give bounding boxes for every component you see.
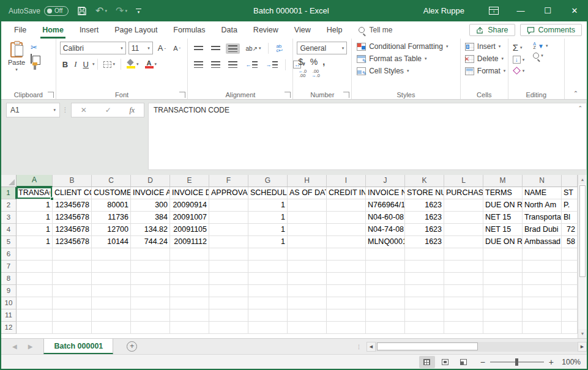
- cell-F12[interactable]: [209, 322, 248, 334]
- cell-N1[interactable]: NAME: [523, 187, 562, 199]
- cell-M1[interactable]: TERMS: [483, 187, 523, 199]
- tab-home[interactable]: Home: [34, 21, 72, 39]
- column-header-N[interactable]: N: [523, 175, 562, 187]
- cell-E4[interactable]: 20091105: [170, 224, 209, 236]
- column-header-H[interactable]: H: [288, 175, 327, 187]
- insert-cells-button[interactable]: Insert▾: [463, 40, 503, 53]
- cell-L11[interactable]: [444, 309, 483, 322]
- font-size-combo[interactable]: 11▾: [128, 42, 153, 54]
- bold-button[interactable]: B: [60, 59, 70, 70]
- cell-H2[interactable]: [288, 199, 327, 212]
- cell-N3[interactable]: Transporta: [523, 212, 562, 224]
- cell-F1[interactable]: APPROVAL: [209, 187, 248, 199]
- cell-C12[interactable]: [92, 322, 131, 334]
- cell-B2[interactable]: 12345678: [53, 199, 92, 212]
- cell-J5[interactable]: MLNQ0001: [366, 236, 405, 248]
- row-header-12[interactable]: 12: [1, 322, 17, 334]
- fill-button[interactable]: ↓▾: [511, 55, 527, 64]
- cell-B6[interactable]: [53, 248, 92, 261]
- cell-I3[interactable]: [327, 212, 366, 224]
- cell-L2[interactable]: [444, 199, 483, 212]
- cell-F9[interactable]: [209, 285, 248, 297]
- column-header-E[interactable]: E: [170, 175, 209, 187]
- cell-H12[interactable]: [288, 322, 327, 334]
- tell-me-search[interactable]: Tell me: [359, 26, 392, 34]
- cell-I11[interactable]: [327, 309, 366, 322]
- cell-C8[interactable]: [92, 273, 131, 285]
- cell-M3[interactable]: NET 15: [483, 212, 523, 224]
- cell-K1[interactable]: STORE NUM: [405, 187, 444, 199]
- cell-F5[interactable]: [209, 236, 248, 248]
- decrease-font-button[interactable]: Aˇ: [171, 43, 183, 53]
- cell-C4[interactable]: 12700: [92, 224, 131, 236]
- middle-align-button[interactable]: [209, 44, 223, 53]
- column-header-M[interactable]: M: [483, 175, 523, 187]
- cell-I6[interactable]: [327, 248, 366, 261]
- cell-H3[interactable]: [288, 212, 327, 224]
- cell-M11[interactable]: [483, 309, 523, 322]
- cell-D8[interactable]: [131, 273, 170, 285]
- column-header-F[interactable]: F: [209, 175, 248, 187]
- cell-F11[interactable]: [209, 309, 248, 322]
- cell-I7[interactable]: [327, 261, 366, 273]
- tab-insert[interactable]: Insert: [72, 21, 106, 39]
- cell-A3[interactable]: 1: [17, 212, 53, 224]
- cell-N4[interactable]: Brad Dubi: [523, 224, 562, 236]
- cell-F4[interactable]: [209, 224, 248, 236]
- cell-C9[interactable]: [92, 285, 131, 297]
- cell-J12[interactable]: [366, 322, 405, 334]
- row-header-10[interactable]: 10: [1, 297, 17, 309]
- cell-N6[interactable]: [523, 248, 562, 261]
- cell-G6[interactable]: [248, 248, 288, 261]
- cell-N12[interactable]: [523, 322, 562, 334]
- cell-K8[interactable]: [405, 273, 444, 285]
- redo-button[interactable]: ↷▾: [116, 5, 127, 17]
- find-select-button[interactable]: ▾: [531, 52, 549, 59]
- cell-E10[interactable]: [170, 297, 209, 309]
- row-header-11[interactable]: 11: [1, 309, 17, 322]
- increase-indent-button[interactable]: →: [263, 59, 280, 70]
- cell-L3[interactable]: [444, 212, 483, 224]
- cell-J8[interactable]: [366, 273, 405, 285]
- cell-I9[interactable]: [327, 285, 366, 297]
- increase-decimal-button[interactable]: ←.0.00: [298, 69, 307, 78]
- cell-C7[interactable]: [92, 261, 131, 273]
- cell-M9[interactable]: [483, 285, 523, 297]
- tab-data[interactable]: Data: [213, 21, 245, 39]
- tab-scroll-splitter[interactable]: ⋮: [351, 344, 367, 350]
- cell-G2[interactable]: 1: [248, 199, 288, 212]
- cell-C1[interactable]: CUSTOMER: [92, 187, 131, 199]
- cell-I10[interactable]: [327, 297, 366, 309]
- tab-page-layout[interactable]: Page Layout: [106, 21, 165, 39]
- cell-J7[interactable]: [366, 261, 405, 273]
- cell-E6[interactable]: [170, 248, 209, 261]
- cell-K4[interactable]: 1623: [405, 224, 444, 236]
- cell-M6[interactable]: [483, 248, 523, 261]
- ribbon-display-options-button[interactable]: ↑: [480, 0, 507, 21]
- row-header-6[interactable]: 6: [1, 248, 17, 261]
- cell-O7[interactable]: [562, 261, 578, 273]
- number-dialog-launcher[interactable]: [343, 92, 349, 98]
- cell-G4[interactable]: 1: [248, 224, 288, 236]
- cell-C2[interactable]: 80001: [92, 199, 131, 212]
- cell-B9[interactable]: [53, 285, 92, 297]
- column-header-L[interactable]: L: [444, 175, 483, 187]
- cancel-entry-button[interactable]: ✕: [81, 106, 87, 114]
- cell-J10[interactable]: [366, 297, 405, 309]
- cell-D1[interactable]: INVOICE AM: [131, 187, 170, 199]
- row-header-9[interactable]: 9: [1, 285, 17, 297]
- cell-B12[interactable]: [53, 322, 92, 334]
- cell-H7[interactable]: [288, 261, 327, 273]
- cell-O9[interactable]: [562, 285, 578, 297]
- cell-A6[interactable]: [17, 248, 53, 261]
- italic-button[interactable]: I: [72, 58, 79, 70]
- column-header-I[interactable]: I: [327, 175, 366, 187]
- cell-G3[interactable]: 1: [248, 212, 288, 224]
- cell-C5[interactable]: 10144: [92, 236, 131, 248]
- cut-button[interactable]: ✂: [31, 43, 37, 52]
- row-header-1[interactable]: 1: [1, 187, 17, 199]
- autosum-button[interactable]: Σ▾: [511, 42, 527, 53]
- cell-N8[interactable]: [523, 273, 562, 285]
- insert-function-button[interactable]: fx: [129, 106, 135, 115]
- cell-H6[interactable]: [288, 248, 327, 261]
